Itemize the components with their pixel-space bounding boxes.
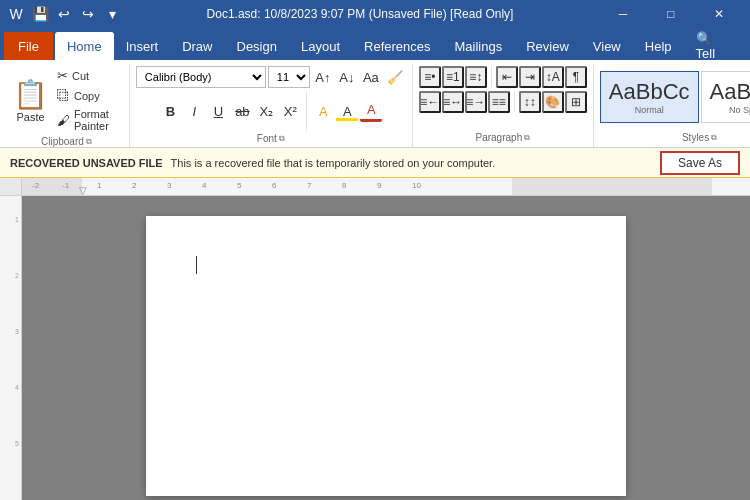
window-controls: ─ □ ✕: [600, 0, 742, 28]
word-icon: W: [8, 6, 24, 22]
borders-button[interactable]: ⊞: [565, 91, 587, 113]
ribbon-tabs: File Home Insert Draw Design Layout Refe…: [0, 28, 750, 60]
bold-button[interactable]: B: [159, 100, 181, 122]
style-no-spacing[interactable]: AaBbCc No Spac...: [701, 71, 750, 123]
title-text: Doc1.asd: 10/8/2023 9:07 PM (Unsaved Fil…: [207, 7, 514, 21]
paragraph-group: ≡• ≡1 ≡↕ ⇤ ⇥ ↕A ¶ ≡← ≡↔ ≡→ ≡≡ ↕↕ 🎨 ⊞ Par: [413, 64, 594, 147]
underline-button[interactable]: U: [207, 100, 229, 122]
svg-rect-1: [22, 178, 82, 196]
clipboard-expand-icon[interactable]: ⧉: [86, 137, 92, 147]
normal-style-label: Normal: [635, 105, 664, 115]
font-group-label: Font ⧉: [136, 131, 406, 148]
subscript-button[interactable]: X₂: [255, 100, 277, 122]
paste-button[interactable]: 📋 Paste: [10, 74, 51, 127]
page-container: [22, 196, 750, 500]
recovery-label: RECOVERED UNSAVED FILE: [10, 157, 163, 169]
format-painter-button[interactable]: 🖌 Format Painter: [53, 106, 123, 134]
tab-tell[interactable]: 🔍 Tell: [684, 32, 746, 60]
ruler-main: -2 -1 1 2 3 4 5 6 7 8 9 10 ▽: [22, 178, 750, 196]
tab-layout[interactable]: Layout: [289, 32, 352, 60]
align-left-button[interactable]: ≡←: [419, 91, 441, 113]
minimize-button[interactable]: ─: [600, 0, 646, 28]
tab-view[interactable]: View: [581, 32, 633, 60]
tab-draw[interactable]: Draw: [170, 32, 224, 60]
para-row2: ≡← ≡↔ ≡→ ≡≡ ↕↕ 🎨 ⊞: [419, 91, 587, 113]
ruler-mark-8: [0, 412, 21, 440]
copy-label: Copy: [74, 90, 100, 102]
copy-button[interactable]: ⿻ Copy: [53, 86, 123, 105]
numbering-button[interactable]: ≡1: [442, 66, 464, 88]
sort-button[interactable]: ↕A: [542, 66, 564, 88]
cut-icon: ✂: [57, 68, 68, 83]
save-as-button[interactable]: Save As: [660, 151, 740, 175]
para-row1: ≡• ≡1 ≡↕ ⇤ ⇥ ↕A ¶: [419, 66, 587, 88]
font-expand-icon[interactable]: ⧉: [279, 134, 285, 144]
tab-design[interactable]: Design: [225, 32, 289, 60]
cut-button[interactable]: ✂ Cut: [53, 66, 123, 85]
multilevel-list-button[interactable]: ≡↕: [465, 66, 487, 88]
tab-insert[interactable]: Insert: [114, 32, 171, 60]
tab-home[interactable]: Home: [55, 32, 114, 60]
paragraph-group-content: ≡• ≡1 ≡↕ ⇤ ⇥ ↕A ¶ ≡← ≡↔ ≡→ ≡≡ ↕↕ 🎨 ⊞: [419, 64, 587, 130]
tab-references[interactable]: References: [352, 32, 442, 60]
save-icon[interactable]: 💾: [32, 6, 48, 22]
redo-icon[interactable]: ↪: [80, 6, 96, 22]
shading-button[interactable]: 🎨: [542, 91, 564, 113]
superscript-button[interactable]: X²: [279, 100, 301, 122]
align-center-button[interactable]: ≡↔: [442, 91, 464, 113]
font-separator: [306, 91, 307, 131]
maximize-button[interactable]: □: [648, 0, 694, 28]
align-right-button[interactable]: ≡→: [465, 91, 487, 113]
highlight-color-button[interactable]: A: [336, 100, 358, 122]
text-effects-button[interactable]: A: [312, 100, 334, 122]
styles-expand-icon[interactable]: ⧉: [711, 133, 717, 143]
font-group-content: Calibri (Body) 11 A↑ A↓ Aa 🧹 B I U ab X₂…: [136, 64, 406, 131]
recovery-bar: RECOVERED UNSAVED FILE This is a recover…: [0, 148, 750, 178]
clipboard-group-label: Clipboard ⧉: [10, 134, 123, 151]
document-area: 1 2 3 4 5: [0, 196, 750, 500]
decrease-font-size-button[interactable]: A↓: [336, 66, 358, 88]
font-color-button[interactable]: A: [360, 100, 382, 122]
strikethrough-button[interactable]: ab: [231, 100, 253, 122]
paragraph-expand-icon[interactable]: ⧉: [524, 133, 530, 143]
no-spacing-label: No Spac...: [729, 105, 750, 115]
customize-qat-icon[interactable]: ▾: [104, 6, 120, 22]
format-painter-icon: 🖌: [57, 113, 70, 128]
style-normal[interactable]: AaBbCc Normal: [600, 71, 699, 123]
show-formatting-button[interactable]: ¶: [565, 66, 587, 88]
change-case-button[interactable]: Aa: [360, 66, 382, 88]
ruler-mark-1: 1: [0, 216, 21, 244]
justify-button[interactable]: ≡≡: [488, 91, 510, 113]
ruler-mark-3: 2: [0, 272, 21, 300]
increase-font-size-button[interactable]: A↑: [312, 66, 334, 88]
font-size-select[interactable]: 11: [268, 66, 310, 88]
bullets-button[interactable]: ≡•: [419, 66, 441, 88]
decrease-indent-button[interactable]: ⇤: [496, 66, 518, 88]
italic-button[interactable]: I: [183, 100, 205, 122]
ruler-corner: [0, 178, 22, 196]
document-page[interactable]: [146, 216, 626, 496]
clear-formatting-button[interactable]: 🧹: [384, 66, 406, 88]
ribbon: 📋 Paste ✂ Cut ⿻ Copy 🖌 Format Painter C: [0, 60, 750, 148]
paste-label: Paste: [16, 111, 44, 123]
copy-icon: ⿻: [57, 88, 70, 103]
tab-help[interactable]: Help: [633, 32, 684, 60]
para-sep1: [491, 67, 492, 87]
font-row2: B I U ab X₂ X² A A A: [159, 91, 382, 131]
increase-indent-button[interactable]: ⇥: [519, 66, 541, 88]
para-sep2: [514, 92, 515, 112]
svg-rect-2: [512, 178, 712, 196]
undo-icon[interactable]: ↩: [56, 6, 72, 22]
tab-review[interactable]: Review: [514, 32, 581, 60]
tab-mailings[interactable]: Mailings: [443, 32, 515, 60]
format-painter-label: Format Painter: [74, 108, 119, 132]
line-spacing-button[interactable]: ↕↕: [519, 91, 541, 113]
cut-label: Cut: [72, 70, 89, 82]
font-family-select[interactable]: Calibri (Body): [136, 66, 266, 88]
font-group: Calibri (Body) 11 A↑ A↓ Aa 🧹 B I U ab X₂…: [130, 64, 413, 147]
close-button[interactable]: ✕: [696, 0, 742, 28]
tab-file[interactable]: File: [4, 32, 53, 60]
vertical-ruler: 1 2 3 4 5: [0, 196, 22, 500]
clipboard-small-buttons: ✂ Cut ⿻ Copy 🖌 Format Painter: [53, 66, 123, 134]
clipboard-group-content: 📋 Paste ✂ Cut ⿻ Copy 🖌 Format Painter: [10, 64, 123, 134]
